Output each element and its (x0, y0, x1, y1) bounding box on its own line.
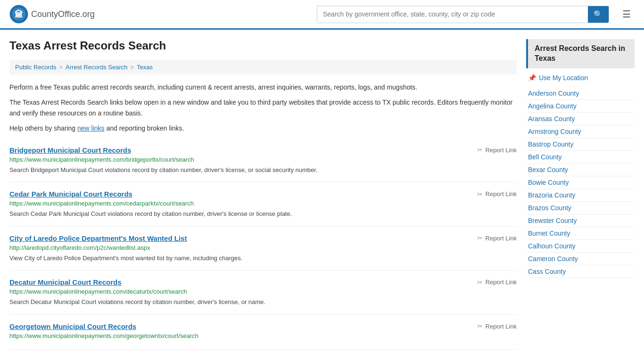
report-link-label-0: Report Link (486, 147, 517, 154)
record-url-4: https://www.municipalonlinepayments.com/… (9, 332, 517, 339)
scissors-icon-2 (477, 234, 483, 242)
use-location[interactable]: 📌 Use My Location (526, 74, 635, 82)
sidebar-county-cass-county[interactable]: Cass County (526, 265, 635, 278)
report-link-label-4: Report Link (486, 323, 517, 330)
site-header: 🏛 CountyOffice.org 🔍 ☰ (0, 0, 644, 30)
sidebar-county-armstrong-county[interactable]: Armstrong County (526, 125, 635, 138)
report-link-label-2: Report Link (486, 235, 517, 242)
report-link-button-2[interactable]: Report Link (477, 234, 517, 242)
record-url-2: http://laredopd.cityoflaredo.com/p2c/wan… (9, 244, 517, 251)
record-title-0[interactable]: Bridgeport Municipal Court Records (9, 146, 131, 154)
sidebar-county-brazoria-county[interactable]: Brazoria County (526, 189, 635, 202)
sidebar-county-bell-county[interactable]: Bell County (526, 151, 635, 164)
sidebar-county-calhoun-county[interactable]: Calhoun County (526, 240, 635, 253)
sidebar-county-burnet-county[interactable]: Burnet County (526, 227, 635, 240)
record-title-3[interactable]: Decatur Municipal Court Records (9, 278, 122, 286)
record-desc-1: Search Cedar Park Municipal Court violat… (9, 209, 517, 219)
scissors-icon-4 (477, 322, 483, 330)
breadcrumb-arrest-records[interactable]: Arrest Records Search (66, 64, 128, 71)
report-link-button-0[interactable]: Report Link (477, 146, 517, 154)
use-location-label: Use My Location (539, 74, 588, 82)
sidebar: Arrest Records Search in Texas 📌 Use My … (526, 39, 635, 350)
breadcrumb: Public Records > Arrest Records Search >… (9, 60, 517, 74)
sidebar-county-brazos-county[interactable]: Brazos County (526, 202, 635, 214)
logo-text: CountyOffice.org (31, 9, 95, 19)
record-title-4[interactable]: Georgetown Municipal Court Records (9, 322, 136, 330)
record-url-3: https://www.municipalonlinepayments.com/… (9, 288, 517, 295)
report-link-label-3: Report Link (486, 279, 517, 286)
record-title-2[interactable]: City of Laredo Police Department's Most … (9, 234, 187, 242)
record-item: Decatur Municipal Court Records Report L… (9, 271, 517, 315)
location-icon: 📌 (528, 74, 536, 82)
breadcrumb-texas[interactable]: Texas (137, 64, 153, 71)
intro-paragraph-2: The Texas Arrest Records Search links be… (9, 97, 517, 118)
record-title-1[interactable]: Cedar Park Municipal Court Records (9, 190, 132, 198)
scissors-icon-3 (477, 279, 483, 286)
sidebar-county-aransas-county[interactable]: Aransas County (526, 113, 635, 125)
record-item: Bridgeport Municipal Court Records Repor… (9, 139, 517, 183)
record-item: Georgetown Municipal Court Records Repor… (9, 315, 517, 350)
records-list: Bridgeport Municipal Court Records Repor… (9, 139, 517, 350)
sidebar-county-brewster-county[interactable]: Brewster County (526, 214, 635, 227)
record-desc-0: Search Bridgeport Municipal Court violat… (9, 165, 517, 175)
record-desc-2: View City of Laredo Police Department's … (9, 254, 517, 263)
logo-icon: 🏛 (9, 5, 28, 24)
record-url-1: https://www.municipalonlinepayments.com/… (9, 200, 517, 207)
record-item: Cedar Park Municipal Court Records Repor… (9, 182, 517, 227)
search-input[interactable] (317, 7, 588, 22)
content-area: Texas Arrest Records Search Public Recor… (9, 39, 517, 350)
intro-paragraph-1: Perform a free Texas public arrest recor… (9, 82, 517, 92)
scissors-icon-0 (477, 146, 483, 154)
logo[interactable]: 🏛 CountyOffice.org (9, 5, 95, 24)
main-container: Texas Arrest Records Search Public Recor… (0, 30, 644, 359)
search-bar: 🔍 (317, 6, 609, 23)
sidebar-county-anderson-county[interactable]: Anderson County (526, 87, 635, 100)
svg-text:🏛: 🏛 (15, 9, 23, 19)
sidebar-county-cameron-county[interactable]: Cameron County (526, 253, 635, 265)
new-links-link[interactable]: new links (77, 124, 105, 132)
menu-button[interactable]: ☰ (619, 7, 635, 22)
report-link-button-1[interactable]: Report Link (477, 190, 517, 198)
sidebar-county-bastrop-county[interactable]: Bastrop County (526, 138, 635, 151)
sidebar-title: Arrest Records Search in Texas (526, 39, 635, 68)
record-desc-3: Search Decatur Municipal Court violation… (9, 297, 517, 307)
page-title: Texas Arrest Records Search (9, 39, 517, 52)
report-link-button-3[interactable]: Report Link (477, 279, 517, 286)
scissors-icon-1 (477, 190, 483, 198)
report-link-button-4[interactable]: Report Link (477, 322, 517, 330)
sidebar-county-bowie-county[interactable]: Bowie County (526, 176, 635, 189)
record-item: City of Laredo Police Department's Most … (9, 227, 517, 271)
sidebar-county-bexar-county[interactable]: Bexar County (526, 164, 635, 176)
sidebar-county-links: Anderson CountyAngelina CountyAransas Co… (526, 87, 635, 278)
breadcrumb-public-records[interactable]: Public Records (15, 64, 56, 71)
report-link-label-1: Report Link (486, 190, 517, 197)
search-button[interactable]: 🔍 (588, 6, 609, 23)
intro-paragraph-3: Help others by sharing new links and rep… (9, 123, 517, 133)
record-url-0: https://www.municipalonlinepayments.com/… (9, 156, 517, 163)
sidebar-county-angelina-county[interactable]: Angelina County (526, 100, 635, 113)
